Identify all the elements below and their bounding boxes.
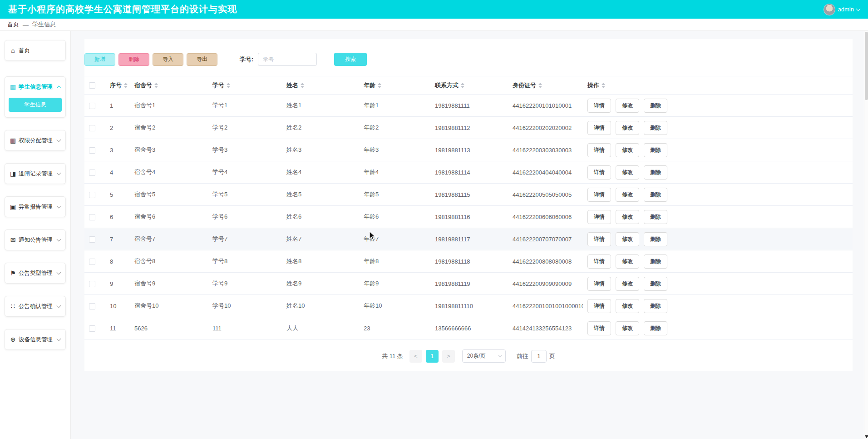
edit-button[interactable]: 修改 bbox=[616, 277, 639, 291]
delete-button[interactable]: 删除 bbox=[118, 53, 149, 66]
vertical-scrollbar[interactable] bbox=[864, 31, 868, 439]
column-header[interactable]: 姓名 bbox=[282, 76, 359, 95]
sidebar-item-row[interactable]: ▥权限分配管理 bbox=[5, 130, 65, 150]
delete-row-button[interactable]: 删除 bbox=[644, 254, 667, 269]
row-checkbox[interactable] bbox=[89, 325, 95, 332]
delete-row-button[interactable]: 删除 bbox=[644, 188, 667, 202]
edit-button[interactable]: 修改 bbox=[616, 143, 639, 157]
sidebar-item-permission[interactable]: ▥权限分配管理 bbox=[5, 130, 66, 151]
edit-button[interactable]: 修改 bbox=[616, 321, 639, 335]
column-header[interactable]: 宿舍号 bbox=[130, 76, 208, 95]
sidebar-item-row[interactable]: ◨道闸记录管理 bbox=[5, 164, 65, 184]
row-checkbox[interactable] bbox=[89, 103, 95, 109]
edit-button[interactable]: 修改 bbox=[616, 188, 639, 202]
row-checkbox[interactable] bbox=[89, 214, 95, 220]
sidebar-item-notice-type[interactable]: ⚑公告类型管理 bbox=[5, 263, 66, 284]
avatar[interactable] bbox=[824, 4, 835, 15]
detail-button[interactable]: 详情 bbox=[587, 165, 611, 180]
sidebar-item-row[interactable]: ▣异常报告管理 bbox=[5, 197, 65, 217]
detail-button[interactable]: 详情 bbox=[587, 210, 611, 224]
edit-button[interactable]: 修改 bbox=[616, 121, 639, 135]
detail-button[interactable]: 详情 bbox=[587, 188, 611, 202]
row-checkbox[interactable] bbox=[89, 303, 95, 309]
detail-button[interactable]: 详情 bbox=[587, 254, 611, 269]
page-size-select[interactable]: 20条/页 bbox=[462, 349, 506, 363]
row-checkbox[interactable] bbox=[89, 259, 95, 265]
sidebar-item-row[interactable]: ⊕设备信息管理 bbox=[5, 329, 65, 349]
column-header[interactable]: 联系方式 bbox=[430, 76, 508, 95]
delete-row-button[interactable]: 删除 bbox=[644, 299, 667, 313]
row-checkbox[interactable] bbox=[89, 281, 95, 287]
sidebar-item-student-info[interactable]: ▦学生信息管理学生信息 bbox=[5, 76, 66, 118]
row-checkbox[interactable] bbox=[89, 236, 95, 243]
column-header[interactable]: 操作 bbox=[583, 76, 853, 95]
row-checkbox[interactable] bbox=[89, 170, 95, 176]
import-button[interactable]: 导入 bbox=[153, 53, 183, 66]
column-header[interactable]: 学号 bbox=[208, 76, 282, 95]
sidebar-item-row[interactable]: ⌂首页 bbox=[5, 40, 65, 60]
edit-button[interactable]: 修改 bbox=[616, 299, 639, 313]
sidebar-item-row[interactable]: ✉通知公告管理 bbox=[5, 230, 65, 250]
sort-icon[interactable] bbox=[378, 83, 381, 88]
row-checkbox[interactable] bbox=[89, 192, 95, 198]
detail-button[interactable]: 详情 bbox=[587, 99, 611, 113]
sort-icon[interactable] bbox=[301, 83, 304, 88]
detail-button[interactable]: 详情 bbox=[587, 299, 611, 313]
row-checkbox[interactable] bbox=[89, 147, 95, 154]
sort-icon[interactable] bbox=[124, 83, 128, 88]
search-button[interactable]: 搜索 bbox=[334, 53, 367, 66]
cell-dorm: 宿舍号1 bbox=[130, 95, 208, 117]
edit-button[interactable]: 修改 bbox=[616, 232, 639, 246]
edit-button[interactable]: 修改 bbox=[616, 254, 639, 269]
add-button[interactable]: 新增 bbox=[84, 53, 115, 66]
sidebar-item-row[interactable]: ∷公告确认管理 bbox=[5, 296, 65, 316]
page-button-active[interactable]: 1 bbox=[426, 350, 439, 363]
sort-icon[interactable] bbox=[602, 83, 605, 88]
detail-button[interactable]: 详情 bbox=[587, 232, 611, 246]
scrollbar-down-arrow[interactable] bbox=[865, 435, 868, 438]
delete-row-button[interactable]: 删除 bbox=[644, 121, 667, 135]
prev-page-button[interactable]: < bbox=[409, 350, 422, 363]
sort-icon[interactable] bbox=[227, 83, 230, 88]
sidebar-item-gate-record[interactable]: ◨道闸记录管理 bbox=[5, 163, 66, 184]
delete-row-button[interactable]: 删除 bbox=[644, 321, 667, 335]
sidebar-item-exception-report[interactable]: ▣异常报告管理 bbox=[5, 196, 66, 217]
sidebar-item-device[interactable]: ⊕设备信息管理 bbox=[5, 329, 66, 350]
delete-row-button[interactable]: 删除 bbox=[644, 143, 667, 157]
scrollbar-thumb[interactable] bbox=[865, 32, 868, 100]
delete-row-button[interactable]: 删除 bbox=[644, 277, 667, 291]
detail-button[interactable]: 详情 bbox=[587, 277, 611, 291]
next-page-button[interactable]: > bbox=[442, 350, 455, 363]
export-button[interactable]: 导出 bbox=[187, 53, 217, 66]
detail-button[interactable]: 详情 bbox=[587, 143, 611, 157]
column-header[interactable]: 身份证号 bbox=[508, 76, 583, 95]
select-all-checkbox[interactable] bbox=[89, 82, 95, 89]
cell-id_card: 441622200707070007 bbox=[508, 228, 583, 250]
detail-button[interactable]: 详情 bbox=[587, 121, 611, 135]
delete-row-button[interactable]: 删除 bbox=[644, 210, 667, 224]
sort-icon[interactable] bbox=[461, 83, 464, 88]
sort-icon[interactable] bbox=[538, 83, 542, 88]
detail-button[interactable]: 详情 bbox=[587, 321, 611, 335]
goto-page-input[interactable] bbox=[531, 350, 547, 363]
search-input[interactable] bbox=[258, 53, 317, 66]
sidebar-item-row[interactable]: ▦学生信息管理 bbox=[5, 77, 65, 97]
sidebar-item-home[interactable]: ⌂首页 bbox=[5, 40, 66, 61]
sidebar-subitem-student-info[interactable]: 学生信息 bbox=[9, 98, 62, 112]
sidebar-item-notice[interactable]: ✉通知公告管理 bbox=[5, 229, 66, 250]
edit-button[interactable]: 修改 bbox=[616, 165, 639, 180]
column-header[interactable]: 序号 bbox=[105, 76, 130, 95]
delete-row-button[interactable]: 删除 bbox=[644, 99, 667, 113]
sidebar-item-row[interactable]: ⚑公告类型管理 bbox=[5, 263, 65, 283]
breadcrumb-home[interactable]: 首页 bbox=[7, 20, 19, 29]
user-menu[interactable]: admin bbox=[824, 4, 860, 15]
cell-age: 年龄8 bbox=[359, 250, 430, 273]
column-header[interactable]: 年龄 bbox=[359, 76, 430, 95]
sort-icon[interactable] bbox=[154, 83, 158, 88]
edit-button[interactable]: 修改 bbox=[616, 99, 639, 113]
edit-button[interactable]: 修改 bbox=[616, 210, 639, 224]
delete-row-button[interactable]: 删除 bbox=[644, 165, 667, 180]
row-checkbox[interactable] bbox=[89, 125, 95, 131]
delete-row-button[interactable]: 删除 bbox=[644, 232, 667, 246]
sidebar-item-notice-confirm[interactable]: ∷公告确认管理 bbox=[5, 296, 66, 317]
